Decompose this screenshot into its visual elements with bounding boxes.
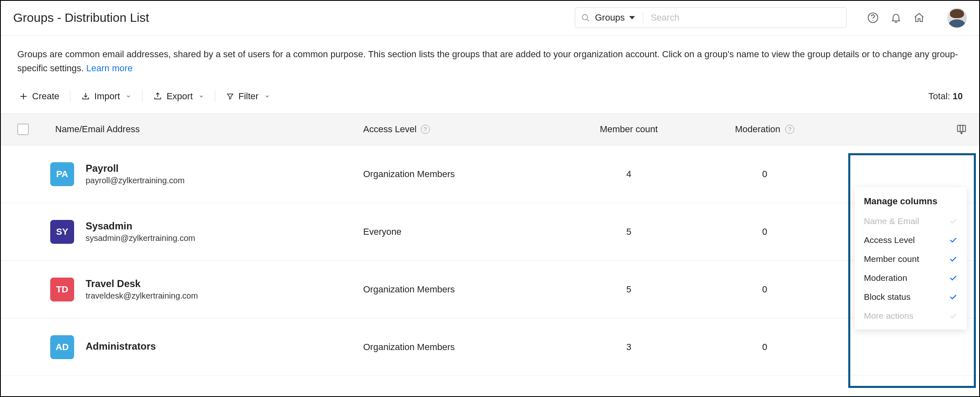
bell-icon[interactable] bbox=[890, 12, 902, 23]
separator bbox=[643, 12, 643, 23]
group-email: traveldesk@zylkertraining.com bbox=[86, 291, 198, 301]
svg-line-1 bbox=[587, 19, 589, 21]
export-label: Export bbox=[166, 91, 193, 102]
check-icon bbox=[949, 273, 958, 283]
group-email: payroll@zylkertraining.com bbox=[86, 176, 184, 185]
table-row[interactable]: TD Travel Desk traveldesk@zylkertraining… bbox=[1, 261, 979, 318]
svg-point-3 bbox=[873, 20, 873, 21]
column-toggle-item: More actions bbox=[855, 306, 967, 325]
cell-member-count: 5 bbox=[561, 227, 697, 237]
cell-moderation: 0 bbox=[697, 227, 833, 237]
learn-more-link[interactable]: Learn more bbox=[86, 63, 133, 73]
check-icon bbox=[949, 292, 958, 301]
column-toggle-item[interactable]: Block status bbox=[855, 287, 967, 306]
help-icon[interactable]: ? bbox=[785, 125, 794, 134]
check-icon bbox=[949, 255, 958, 264]
export-button[interactable]: Export bbox=[152, 89, 206, 104]
column-moderation-label: Moderation bbox=[735, 124, 780, 135]
page-title: Groups - Distribution List bbox=[13, 11, 149, 25]
import-icon bbox=[81, 92, 90, 101]
cell-access-level: Everyone bbox=[363, 227, 561, 237]
cell-moderation: 0 bbox=[697, 284, 833, 295]
group-avatar: SY bbox=[50, 220, 74, 244]
home-icon[interactable] bbox=[913, 12, 925, 23]
filter-icon bbox=[226, 92, 234, 100]
check-icon bbox=[949, 217, 958, 226]
avatar[interactable] bbox=[947, 8, 967, 28]
column-toggle-label: More actions bbox=[864, 311, 913, 321]
cell-access-level: Organization Members bbox=[363, 169, 561, 180]
group-name[interactable]: Payroll bbox=[86, 163, 184, 174]
popover-title: Manage columns bbox=[855, 196, 967, 212]
cell-member-count: 4 bbox=[561, 169, 697, 180]
column-header-name[interactable]: Name/Email Address bbox=[50, 124, 363, 135]
group-avatar: TD bbox=[50, 278, 74, 301]
group-email: sysadmin@zylkertraining.com bbox=[86, 234, 195, 243]
total-count: Total: 10 bbox=[929, 91, 963, 102]
manage-columns-popover: Manage columns Name & Email Access Level… bbox=[855, 187, 967, 329]
filter-label: Filter bbox=[238, 91, 259, 102]
table-row[interactable]: SY Sysadmin sysadmin@zylkertraining.com … bbox=[1, 203, 979, 261]
chevron-down-icon bbox=[126, 93, 131, 99]
help-icon[interactable]: ? bbox=[421, 125, 430, 134]
cell-moderation: 0 bbox=[697, 342, 833, 353]
group-avatar: AD bbox=[50, 335, 74, 359]
svg-point-0 bbox=[582, 14, 588, 20]
plus-icon bbox=[19, 92, 28, 101]
intro-section: Groups are common email addresses, share… bbox=[1, 36, 979, 84]
group-name[interactable]: Travel Desk bbox=[86, 278, 198, 290]
column-toggle-item: Name & Email bbox=[855, 212, 967, 231]
group-avatar: PA bbox=[50, 162, 74, 186]
column-toggle-label: Name & Email bbox=[864, 216, 919, 226]
search-scope-label: Groups bbox=[595, 12, 625, 23]
search-scope-selector[interactable]: Groups bbox=[595, 12, 635, 23]
total-value: 10 bbox=[953, 91, 963, 101]
chevron-down-icon bbox=[264, 93, 270, 99]
create-label: Create bbox=[32, 91, 59, 102]
svg-rect-6 bbox=[957, 125, 966, 131]
select-all-checkbox[interactable] bbox=[17, 124, 29, 135]
group-name[interactable]: Sysadmin bbox=[86, 220, 195, 232]
table-header: Name/Email Address Access Level ? Member… bbox=[1, 113, 979, 145]
column-access-label: Access Level bbox=[363, 124, 417, 135]
manage-columns-button[interactable] bbox=[956, 124, 967, 135]
column-toggle-item[interactable]: Member count bbox=[855, 250, 967, 269]
column-header-moderation[interactable]: Moderation ? bbox=[697, 124, 833, 135]
cell-access-level: Organization Members bbox=[363, 342, 561, 353]
header: Groups - Distribution List Groups bbox=[1, 1, 979, 36]
check-icon bbox=[949, 236, 958, 245]
help-icon[interactable] bbox=[867, 12, 879, 23]
caret-down-icon bbox=[629, 15, 635, 20]
create-button[interactable]: Create bbox=[17, 89, 61, 104]
divider bbox=[70, 91, 70, 102]
import-label: Import bbox=[94, 91, 120, 102]
import-button[interactable]: Import bbox=[79, 89, 133, 104]
table-row[interactable]: PA Payroll payroll@zylkertraining.com Or… bbox=[1, 145, 979, 203]
column-header-access[interactable]: Access Level ? bbox=[363, 124, 561, 135]
column-toggle-item[interactable]: Moderation bbox=[855, 269, 967, 287]
cell-member-count: 5 bbox=[561, 284, 697, 295]
search-icon bbox=[581, 13, 590, 22]
column-header-member-count[interactable]: Member count bbox=[561, 124, 697, 135]
column-toggle-item[interactable]: Access Level bbox=[855, 231, 967, 250]
total-label: Total: bbox=[929, 91, 953, 101]
check-icon bbox=[949, 311, 958, 320]
intro-text: Groups are common email addresses, share… bbox=[17, 49, 958, 73]
search-bar[interactable]: Groups bbox=[575, 7, 847, 28]
column-toggle-label: Block status bbox=[864, 292, 910, 302]
column-toggle-label: Member count bbox=[864, 254, 919, 264]
chevron-down-icon bbox=[198, 93, 204, 99]
toolbar: Create Import Export bbox=[1, 84, 979, 113]
divider bbox=[215, 91, 215, 102]
cell-access-level: Organization Members bbox=[363, 284, 561, 295]
group-name[interactable]: Administrators bbox=[86, 341, 156, 352]
table-row[interactable]: AD Administrators Organization Members 3… bbox=[1, 318, 979, 376]
cell-member-count: 3 bbox=[561, 342, 697, 353]
divider bbox=[142, 91, 142, 102]
table-body: PA Payroll payroll@zylkertraining.com Or… bbox=[1, 145, 979, 376]
column-toggle-label: Moderation bbox=[864, 273, 907, 283]
search-input[interactable] bbox=[651, 12, 840, 23]
filter-button[interactable]: Filter bbox=[224, 89, 272, 104]
export-icon bbox=[153, 92, 162, 101]
column-toggle-label: Access Level bbox=[864, 235, 915, 245]
